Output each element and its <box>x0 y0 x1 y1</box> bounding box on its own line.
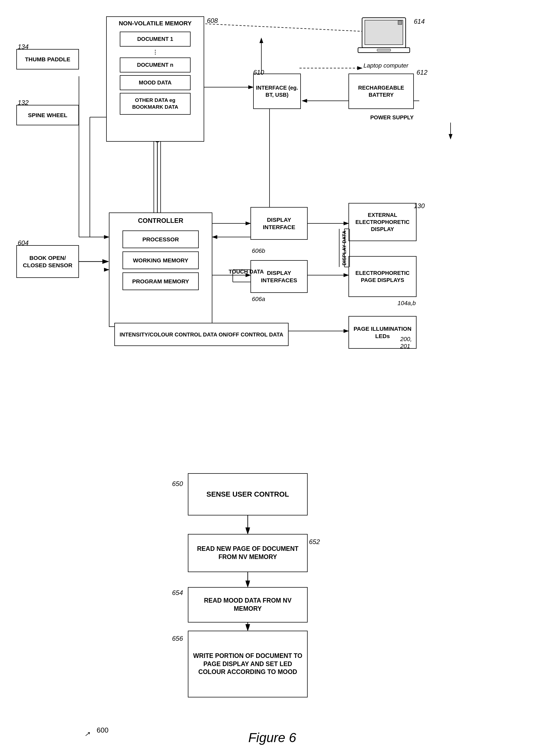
thumb-paddle-label: THUMB PADDLE <box>25 56 70 63</box>
ref-600: 600 <box>97 726 108 734</box>
document-n-label: DOCUMENT n <box>137 61 173 69</box>
external-display-box: EXTERNAL ELECTROPHORETIC DISPLAY <box>348 203 417 241</box>
working-memory-label: WORKING MEMORY <box>133 257 188 264</box>
electrophoretic-displays-label: ELECTROPHORETIC PAGE DISPLAYS <box>351 269 414 284</box>
rechargeable-battery-label: RECHARGEABLE BATTERY <box>351 84 411 98</box>
controller-label: CONTROLLER <box>138 216 183 225</box>
write-portion-box: WRITE PORTION OF DOCUMENT TO PAGE DISPLA… <box>188 631 308 697</box>
nonvolatile-memory-box: NON-VOLATILE MEMORY DOCUMENT 1 ⋮ DOCUMEN… <box>106 16 204 142</box>
ref-604: 604 <box>18 239 28 247</box>
sense-user-control-label: SENSE USER CONTROL <box>206 490 289 499</box>
ref-200-201: 200, 201 <box>400 336 412 350</box>
book-sensor-box: BOOK OPEN/ CLOSED SENSOR <box>16 245 79 278</box>
read-mood-data-label: READ MOOD DATA FROM NV MEMORY <box>191 597 305 613</box>
laptop-illustration <box>357 16 411 60</box>
display-data-label: DISPLAY DATA <box>342 230 347 265</box>
figure-caption-label: Figure 6 <box>248 730 296 745</box>
interface-box: INTERFACE (eg. BT, USB) <box>253 74 301 109</box>
processor-box: PROCESSOR <box>122 230 199 248</box>
external-display-label: EXTERNAL ELECTROPHORETIC DISPLAY <box>351 211 414 233</box>
document1-label: DOCUMENT 1 <box>137 35 173 42</box>
ref-104ab: 104a,b <box>398 300 416 307</box>
ref-600-arrow: ↗ <box>84 730 90 738</box>
display-interfaces-box: DISPLAY INTERFACES <box>251 260 308 293</box>
ref-652: 652 <box>309 538 320 546</box>
ref-134: 134 <box>18 43 28 51</box>
interface-label: INTERFACE (eg. BT, USB) <box>256 84 298 98</box>
sense-user-control-box: SENSE USER CONTROL <box>188 473 308 516</box>
ref-656: 656 <box>172 635 183 642</box>
mood-data-box: MOOD DATA <box>120 75 191 90</box>
display-interface-label: DISPLAY INTERFACE <box>253 216 305 231</box>
ref-608: 608 <box>207 17 218 24</box>
processor-label: PROCESSOR <box>142 236 179 243</box>
program-memory-box: PROGRAM MEMORY <box>122 272 199 290</box>
ref-614: 614 <box>414 18 425 25</box>
nonvolatile-memory-label: NON-VOLATILE MEMORY <box>119 20 192 27</box>
working-memory-box: WORKING MEMORY <box>122 251 199 269</box>
ref-650: 650 <box>172 480 183 488</box>
program-memory-label: PROGRAM MEMORY <box>132 277 189 285</box>
ref-130: 130 <box>414 202 425 210</box>
spine-wheel-label: SPINE WHEEL <box>28 112 67 119</box>
rechargeable-battery-box: RECHARGEABLE BATTERY <box>348 74 414 109</box>
ref-612: 612 <box>417 69 427 76</box>
laptop-label: Laptop computer <box>363 62 408 69</box>
power-supply-label: POWER SUPPLY <box>370 114 414 121</box>
laptop-svg <box>357 16 411 60</box>
mood-data-label: MOOD DATA <box>139 79 172 86</box>
figure-caption: Figure 6 <box>163 730 381 745</box>
spine-wheel-box: SPINE WHEEL <box>16 105 79 125</box>
intensity-colour-label: INTENSITY/COLOUR CONTROL DATA ON/OFF CON… <box>120 331 283 339</box>
intensity-colour-box: INTENSITY/COLOUR CONTROL DATA ON/OFF CON… <box>114 323 288 346</box>
read-new-page-label: READ NEW PAGE OF DOCUMENT FROM NV MEMORY <box>191 545 305 561</box>
ref-606b: 606b <box>252 247 265 254</box>
book-sensor-label: BOOK OPEN/ CLOSED SENSOR <box>19 254 76 269</box>
ref-610: 610 <box>253 69 264 76</box>
thumb-paddle-box: THUMB PADDLE <box>16 49 79 70</box>
other-data-label: OTHER DATA eg BOOKMARK DATA <box>122 97 188 110</box>
read-mood-data-box: READ MOOD DATA FROM NV MEMORY <box>188 587 308 622</box>
electrophoretic-displays-box: ELECTROPHORETIC PAGE DISPLAYS <box>348 256 417 297</box>
touch-data-label: TOUCH DATA <box>229 268 264 275</box>
controller-box: CONTROLLER PROCESSOR WORKING MEMORY PROG… <box>109 212 212 327</box>
read-new-page-box: READ NEW PAGE OF DOCUMENT FROM NV MEMORY <box>188 534 308 572</box>
ref-132: 132 <box>18 99 28 107</box>
diagram-container: NON-VOLATILE MEMORY DOCUMENT 1 ⋮ DOCUMEN… <box>0 0 560 753</box>
display-interface-box: DISPLAY INTERFACE <box>251 207 308 240</box>
other-data-box: OTHER DATA eg BOOKMARK DATA <box>120 93 191 115</box>
write-portion-label: WRITE PORTION OF DOCUMENT TO PAGE DISPLA… <box>191 652 305 676</box>
ref-654: 654 <box>172 589 183 597</box>
document1-box: DOCUMENT 1 <box>120 32 191 46</box>
svg-rect-41 <box>377 49 391 51</box>
display-data-container: DISPLAY DATA <box>339 229 350 267</box>
svg-rect-39 <box>398 21 402 24</box>
document-n-box: DOCUMENT n <box>120 57 191 73</box>
svg-rect-38 <box>365 20 403 45</box>
ref-606a: 606a <box>252 295 265 303</box>
